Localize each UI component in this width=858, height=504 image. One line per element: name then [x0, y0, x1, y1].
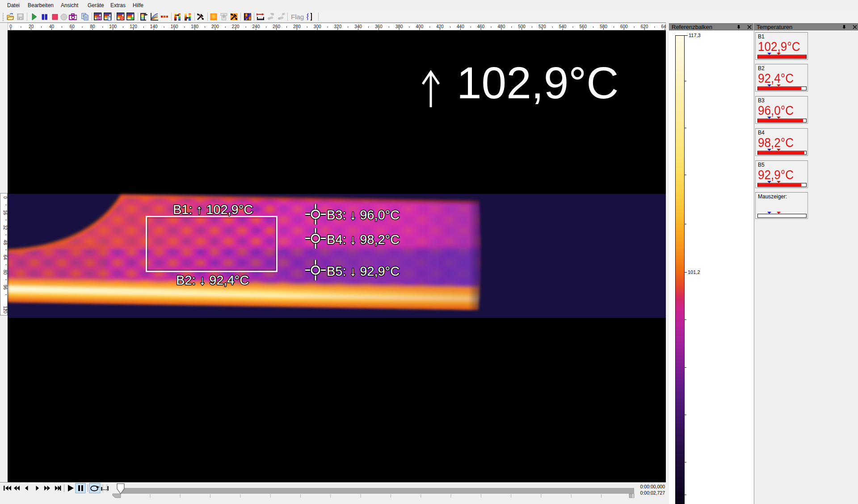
- svg-text:400: 400: [416, 24, 424, 29]
- svg-text:80: 80: [90, 24, 95, 29]
- svg-text:40: 40: [49, 24, 55, 29]
- svg-text:280: 280: [293, 24, 301, 29]
- svg-text:420: 420: [436, 24, 444, 29]
- svg-text:0: 0: [3, 196, 8, 199]
- svg-text:16: 16: [3, 210, 8, 215]
- svg-text:320: 320: [334, 24, 342, 29]
- svg-text:260: 260: [273, 24, 280, 29]
- svg-text:160: 160: [171, 24, 178, 29]
- svg-text:0: 0: [9, 24, 12, 29]
- svg-text:500: 500: [518, 24, 526, 29]
- svg-text:620: 620: [641, 24, 648, 29]
- svg-text:460: 460: [477, 24, 485, 29]
- svg-text:20: 20: [29, 24, 34, 29]
- svg-text:102,9°C: 102,9°C: [457, 58, 618, 108]
- svg-text:580: 580: [600, 24, 607, 29]
- svg-text:B4: ↓ 98,2°C: B4: ↓ 98,2°C: [327, 232, 400, 247]
- svg-text:0:00:00,000: 0:00:00,000: [640, 484, 665, 489]
- svg-text:180: 180: [191, 24, 198, 29]
- svg-text:440: 440: [457, 24, 464, 29]
- svg-text:560: 560: [579, 24, 587, 29]
- svg-text:340: 340: [354, 24, 362, 29]
- svg-text:220: 220: [232, 24, 240, 29]
- svg-text:32: 32: [3, 225, 8, 230]
- svg-text:100: 100: [109, 24, 117, 29]
- svg-text:480: 480: [498, 24, 505, 29]
- svg-text:B5: ↓ 92,9°C: B5: ↓ 92,9°C: [327, 264, 400, 278]
- svg-text:640: 640: [661, 24, 666, 29]
- svg-text:600: 600: [620, 24, 628, 29]
- svg-text:0:00:02,727: 0:00:02,727: [640, 490, 665, 496]
- svg-text:200: 200: [211, 24, 219, 29]
- svg-text:60: 60: [70, 24, 75, 29]
- svg-text:96: 96: [3, 285, 8, 290]
- svg-text:240: 240: [252, 24, 260, 29]
- svg-text:101,2: 101,2: [688, 269, 700, 275]
- svg-text:300: 300: [314, 24, 321, 29]
- svg-text:117,3: 117,3: [689, 33, 701, 38]
- svg-text:80: 80: [3, 270, 8, 275]
- svg-text:540: 540: [559, 24, 567, 29]
- svg-text:140: 140: [150, 24, 158, 29]
- svg-text:120: 120: [130, 24, 137, 29]
- svg-text:64: 64: [3, 255, 8, 260]
- svg-text:380: 380: [395, 24, 403, 29]
- svg-text:120: 120: [3, 306, 8, 314]
- svg-text:B2: ↓ 92,4°C: B2: ↓ 92,4°C: [176, 273, 249, 287]
- svg-text:48: 48: [3, 240, 8, 245]
- svg-text:360: 360: [375, 24, 383, 29]
- svg-text:B1: ↑ 102,9°C: B1: ↑ 102,9°C: [173, 202, 253, 217]
- svg-text:520: 520: [538, 24, 546, 29]
- svg-text:B3: ↓ 96,0°C: B3: ↓ 96,0°C: [327, 208, 400, 222]
